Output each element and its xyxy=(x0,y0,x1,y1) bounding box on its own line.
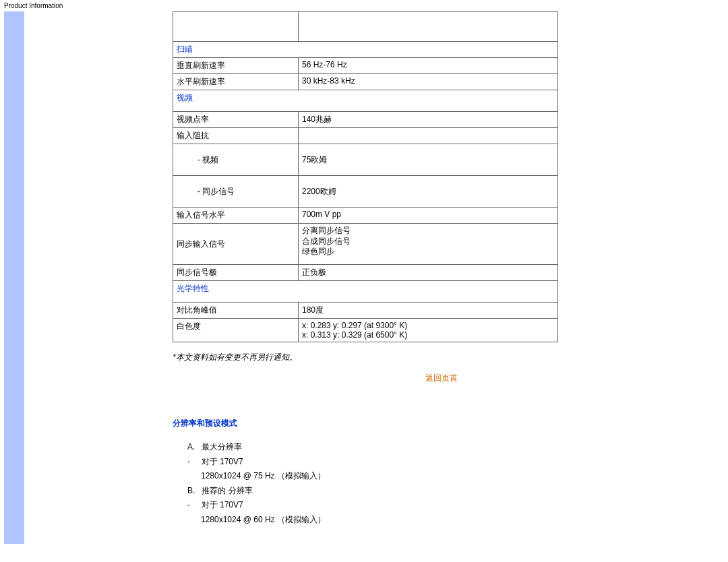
page-title-header: Product Information xyxy=(0,0,728,11)
main-content: 扫瞄 垂直刷新速率 56 Hz-76 Hz 水平刷新速率 30 kHz-83 k… xyxy=(31,11,724,544)
resolution-list: A. 最大分辨率 - 对于 170V7 1280x1024 @ 75 Hz （模… xyxy=(173,440,710,528)
spec-value: 30 kHz-83 kHz xyxy=(299,74,558,90)
list-item: 1280x1024 @ 75 Hz （模拟输入） xyxy=(187,469,710,484)
spec-label: 同步信号极 xyxy=(173,265,299,281)
spec-label: - 同步信号 xyxy=(173,176,299,208)
empty-cell xyxy=(173,12,299,42)
section-header-video: 视频 xyxy=(173,90,558,112)
spec-label: 对比角峰值 xyxy=(173,303,299,319)
spec-value: 75欧姆 xyxy=(299,144,558,176)
spec-value: 180度 xyxy=(299,303,558,319)
left-sidebar-stripe xyxy=(4,11,24,544)
spec-value xyxy=(299,128,558,144)
spec-label: 视频点率 xyxy=(173,112,299,128)
spec-label: 同步输入信号 xyxy=(173,224,299,265)
spec-value: 140兆赫 xyxy=(299,112,558,128)
spec-value: x: 0.283 y: 0.297 (at 9300° K) x: 0.313 … xyxy=(299,319,558,342)
list-item: 1280x1024 @ 60 Hz （模拟输入） xyxy=(187,513,710,528)
spec-label: 输入阻抗 xyxy=(173,128,299,144)
list-item: A. 最大分辨率 xyxy=(187,440,710,455)
empty-cell xyxy=(299,12,558,42)
spec-value: 56 Hz-76 Hz xyxy=(299,58,558,74)
section-header-optics: 光学特性 xyxy=(173,281,558,303)
spec-value: 2200欧姆 xyxy=(299,176,558,208)
change-note: *本文资料如有变更不再另行通知。 xyxy=(173,352,710,363)
spec-value: 700m V pp xyxy=(299,208,558,224)
list-item: - 对于 170V7 xyxy=(187,455,710,470)
list-item: B. 推荐的 分辨率 xyxy=(187,484,710,499)
specification-table: 扫瞄 垂直刷新速率 56 Hz-76 Hz 水平刷新速率 30 kHz-83 k… xyxy=(173,11,558,342)
spec-label: 输入信号水平 xyxy=(173,208,299,224)
back-to-top-link[interactable]: 返回页首 xyxy=(173,373,710,384)
spec-value: 分离同步信号 合成同步信号 绿色同步 xyxy=(299,224,558,265)
list-item: - 对于 170V7 xyxy=(187,498,710,513)
content-wrapper: 扫瞄 垂直刷新速率 56 Hz-76 Hz 水平刷新速率 30 kHz-83 k… xyxy=(0,11,728,544)
spec-value: 正负极 xyxy=(299,265,558,281)
spec-label: - 视频 xyxy=(173,144,299,176)
spec-label: 水平刷新速率 xyxy=(173,74,299,90)
resolution-heading: 分辨率和预设模式 xyxy=(173,418,710,429)
section-header-scan: 扫瞄 xyxy=(173,42,558,58)
spec-label: 白色度 xyxy=(173,319,299,342)
spec-label: 垂直刷新速率 xyxy=(173,58,299,74)
